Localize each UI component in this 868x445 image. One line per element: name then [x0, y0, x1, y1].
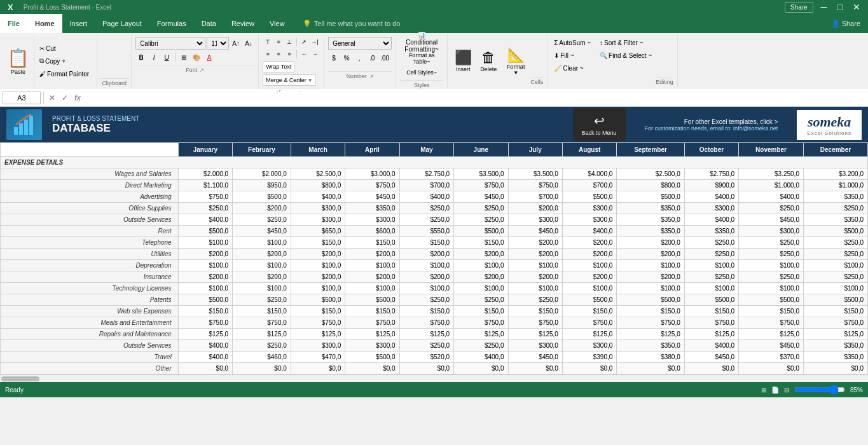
insert-function-icon[interactable]: fx — [72, 92, 83, 104]
sort-filter-button[interactable]: ↕ Sort & Filter ~ — [597, 37, 654, 48]
table-cell[interactable]: $200,0 — [617, 237, 684, 249]
table-cell[interactable]: $150,0 — [739, 306, 804, 317]
table-cell[interactable]: $150,0 — [399, 306, 453, 317]
table-cell[interactable]: $250,0 — [684, 271, 738, 283]
table-cell[interactable]: $750,0 — [345, 180, 399, 191]
table-cell[interactable]: $100,0 — [803, 260, 867, 271]
table-cell[interactable]: $150,0 — [345, 237, 399, 249]
table-cell[interactable]: $300,0 — [562, 203, 616, 214]
table-cell[interactable]: $200,0 — [562, 237, 616, 249]
decrease-font-button[interactable]: A↓ — [243, 38, 254, 49]
table-cell[interactable]: $500,0 — [739, 294, 804, 306]
table-cell[interactable]: $200,0 — [508, 203, 562, 214]
table-cell[interactable]: $3.000,0 — [345, 168, 399, 180]
page-break-view-icon[interactable]: ⊟ — [784, 387, 789, 394]
table-cell[interactable]: $400,0 — [399, 191, 453, 203]
table-cell[interactable]: $250,0 — [454, 340, 508, 352]
table-cell[interactable]: $750,0 — [178, 317, 232, 329]
table-cell[interactable]: $100,0 — [617, 260, 684, 271]
table-cell[interactable]: $450,0 — [739, 214, 804, 226]
table-cell[interactable]: $250,0 — [233, 214, 291, 226]
table-cell[interactable]: $125,0 — [178, 329, 232, 340]
table-cell[interactable]: $200,0 — [508, 249, 562, 260]
wrap-text-button[interactable]: Wrap Text — [263, 61, 294, 72]
table-cell[interactable]: $750,0 — [345, 317, 399, 329]
cancel-formula-icon[interactable]: ✕ — [46, 92, 58, 104]
table-cell[interactable]: $250,0 — [739, 237, 804, 249]
table-cell[interactable]: $750,0 — [684, 317, 738, 329]
table-cell[interactable]: $700,0 — [399, 180, 453, 191]
table-cell[interactable]: $150,0 — [291, 306, 345, 317]
table-cell[interactable]: $125,0 — [345, 329, 399, 340]
delete-button[interactable]: 🗑 Delete — [477, 44, 500, 78]
decrease-indent-button[interactable]: ← — [299, 49, 309, 59]
table-cell[interactable]: $520,0 — [399, 352, 453, 363]
underline-button[interactable]: U — [161, 51, 172, 63]
table-cell[interactable]: $400,0 — [562, 226, 616, 237]
table-cell[interactable]: $125,0 — [562, 329, 616, 340]
cut-button[interactable]: ✂ Cut — [37, 43, 92, 54]
table-cell[interactable]: $200,0 — [291, 271, 345, 283]
table-cell[interactable]: $500,0 — [684, 294, 738, 306]
table-cell[interactable]: $350,0 — [617, 214, 684, 226]
table-cell[interactable]: $650,0 — [291, 226, 345, 237]
table-cell[interactable]: $400,0 — [178, 214, 232, 226]
table-cell[interactable]: $200,0 — [562, 271, 616, 283]
tab-file[interactable]: File — [0, 14, 27, 33]
table-cell[interactable]: $200,0 — [233, 271, 291, 283]
table-cell[interactable]: $100,0 — [233, 237, 291, 249]
table-cell[interactable]: $250,0 — [739, 249, 804, 260]
table-cell[interactable]: $2.000,0 — [178, 168, 232, 180]
table-cell[interactable]: $100,0 — [178, 283, 232, 294]
table-cell[interactable]: $250,0 — [684, 237, 738, 249]
table-cell[interactable]: $450,0 — [454, 191, 508, 203]
table-cell[interactable]: $400,0 — [684, 340, 738, 352]
table-cell[interactable]: $125,0 — [739, 329, 804, 340]
table-cell[interactable]: $100,0 — [684, 260, 738, 271]
table-cell[interactable]: $2.500,0 — [291, 168, 345, 180]
table-cell[interactable]: $250,0 — [399, 203, 453, 214]
table-cell[interactable]: $200,0 — [508, 237, 562, 249]
zoom-slider[interactable] — [794, 387, 845, 393]
table-cell[interactable]: $100,0 — [803, 283, 867, 294]
table-cell[interactable]: $450,0 — [233, 226, 291, 237]
tab-home[interactable]: Home — [27, 14, 62, 33]
table-cell[interactable]: $500,0 — [454, 226, 508, 237]
table-cell[interactable]: $460,0 — [233, 352, 291, 363]
rotate-text-button[interactable]: ↗ — [299, 37, 309, 47]
table-cell[interactable]: $100,0 — [684, 283, 738, 294]
table-cell[interactable]: $100,0 — [508, 260, 562, 271]
table-cell[interactable]: $2.750,0 — [684, 168, 738, 180]
tab-formulas[interactable]: Formulas — [149, 14, 194, 33]
table-cell[interactable]: $350,0 — [617, 340, 684, 352]
table-cell[interactable]: $3.250,0 — [739, 168, 804, 180]
scrollbar-thumb[interactable] — [1, 376, 39, 381]
table-cell[interactable]: $200,0 — [345, 271, 399, 283]
table-cell[interactable]: $0,0 — [739, 363, 804, 374]
table-cell[interactable]: $150,0 — [803, 306, 867, 317]
table-cell[interactable]: $500,0 — [803, 226, 867, 237]
table-cell[interactable]: $150,0 — [233, 306, 291, 317]
table-cell[interactable]: $100,0 — [454, 283, 508, 294]
table-cell[interactable]: $100,0 — [345, 283, 399, 294]
table-cell[interactable]: $250,0 — [803, 271, 867, 283]
table-cell[interactable]: $750,0 — [454, 180, 508, 191]
cell-reference[interactable] — [3, 92, 41, 104]
table-cell[interactable]: $750,0 — [739, 317, 804, 329]
table-cell[interactable]: $370,0 — [739, 352, 804, 363]
table-cell[interactable]: $350,0 — [803, 214, 867, 226]
table-cell[interactable]: $750,0 — [454, 317, 508, 329]
table-cell[interactable]: $125,0 — [684, 329, 738, 340]
table-cell[interactable]: $200,0 — [345, 249, 399, 260]
table-cell[interactable]: $200,0 — [233, 249, 291, 260]
table-cell[interactable]: $125,0 — [454, 329, 508, 340]
table-cell[interactable]: $800,0 — [291, 180, 345, 191]
table-cell[interactable]: $390,0 — [562, 352, 616, 363]
table-cell[interactable]: $3.500,0 — [508, 168, 562, 180]
horizontal-scrollbar[interactable] — [0, 374, 868, 382]
table-cell[interactable]: $1.100,0 — [178, 180, 232, 191]
table-cell[interactable]: $250,0 — [233, 294, 291, 306]
table-cell[interactable]: $0,0 — [345, 363, 399, 374]
clear-button[interactable]: 🧹 Clear ~ — [551, 62, 593, 74]
table-cell[interactable]: $100,0 — [233, 260, 291, 271]
